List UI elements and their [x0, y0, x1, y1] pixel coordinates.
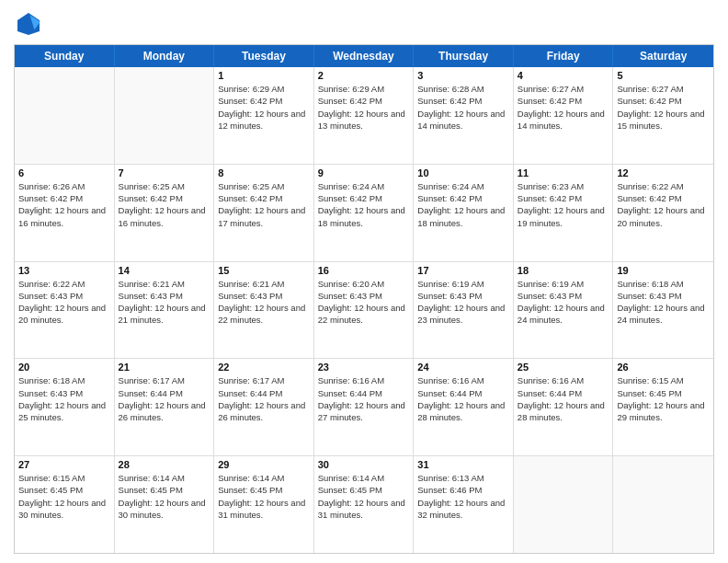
day-number: 20: [18, 362, 110, 373]
calendar-cell: 19Sunrise: 6:18 AMSunset: 6:43 PMDayligh…: [613, 262, 713, 359]
calendar-cell: 15Sunrise: 6:21 AMSunset: 6:43 PMDayligh…: [214, 262, 314, 359]
day-number: 1: [218, 70, 310, 81]
day-number: 5: [617, 70, 710, 81]
calendar-cell: 3Sunrise: 6:28 AMSunset: 6:42 PMDaylight…: [414, 67, 514, 164]
calendar-cell: 24Sunrise: 6:16 AMSunset: 6:44 PMDayligh…: [414, 359, 514, 455]
header-day-sunday: Sunday: [15, 45, 115, 67]
header: [14, 9, 714, 39]
sun-info: Sunrise: 6:18 AMSunset: 6:43 PMDaylight:…: [18, 374, 110, 423]
sun-info: Sunrise: 6:29 AMSunset: 6:42 PMDaylight:…: [318, 83, 410, 132]
day-number: 19: [617, 265, 710, 276]
calendar-cell: 21Sunrise: 6:17 AMSunset: 6:44 PMDayligh…: [115, 359, 215, 455]
day-number: 31: [417, 459, 509, 470]
day-number: 26: [617, 362, 710, 373]
sun-info: Sunrise: 6:28 AMSunset: 6:42 PMDaylight:…: [417, 83, 509, 132]
calendar-cell: [15, 67, 115, 164]
day-number: 7: [119, 167, 210, 178]
calendar-cell: 11Sunrise: 6:23 AMSunset: 6:42 PMDayligh…: [514, 165, 614, 261]
sun-info: Sunrise: 6:15 AMSunset: 6:45 PMDaylight:…: [18, 472, 110, 521]
calendar-cell: 31Sunrise: 6:13 AMSunset: 6:46 PMDayligh…: [414, 456, 514, 553]
day-number: 25: [518, 362, 609, 373]
day-number: 3: [417, 70, 509, 81]
calendar-cell: [613, 456, 713, 553]
sun-info: Sunrise: 6:25 AMSunset: 6:42 PMDaylight:…: [218, 180, 310, 229]
header-day-wednesday: Wednesday: [314, 45, 415, 67]
day-number: 28: [119, 459, 210, 470]
day-number: 23: [318, 362, 410, 373]
calendar-cell: 23Sunrise: 6:16 AMSunset: 6:44 PMDayligh…: [314, 359, 415, 455]
calendar-cell: 12Sunrise: 6:22 AMSunset: 6:42 PMDayligh…: [613, 165, 713, 261]
sun-info: Sunrise: 6:16 AMSunset: 6:44 PMDaylight:…: [318, 374, 410, 423]
calendar-cell: 26Sunrise: 6:15 AMSunset: 6:45 PMDayligh…: [613, 359, 713, 455]
calendar-week-1: 1Sunrise: 6:29 AMSunset: 6:42 PMDaylight…: [15, 67, 713, 165]
calendar-cell: 14Sunrise: 6:21 AMSunset: 6:43 PMDayligh…: [115, 262, 215, 359]
sun-info: Sunrise: 6:24 AMSunset: 6:42 PMDaylight:…: [417, 180, 509, 229]
calendar-cell: 13Sunrise: 6:22 AMSunset: 6:43 PMDayligh…: [15, 262, 115, 359]
sun-info: Sunrise: 6:23 AMSunset: 6:42 PMDaylight:…: [518, 180, 609, 229]
sun-info: Sunrise: 6:16 AMSunset: 6:44 PMDaylight:…: [518, 374, 609, 423]
sun-info: Sunrise: 6:22 AMSunset: 6:42 PMDaylight:…: [617, 180, 710, 229]
calendar-week-5: 27Sunrise: 6:15 AMSunset: 6:45 PMDayligh…: [15, 456, 713, 553]
day-number: 2: [318, 70, 410, 81]
day-number: 4: [518, 70, 609, 81]
calendar-cell: 27Sunrise: 6:15 AMSunset: 6:45 PMDayligh…: [15, 456, 115, 553]
day-number: 30: [318, 459, 410, 470]
logo-icon: [14, 9, 43, 39]
sun-info: Sunrise: 6:17 AMSunset: 6:44 PMDaylight:…: [119, 374, 210, 423]
calendar-cell: 30Sunrise: 6:14 AMSunset: 6:45 PMDayligh…: [314, 456, 415, 553]
day-number: 15: [218, 265, 310, 276]
day-number: 8: [218, 167, 310, 178]
sun-info: Sunrise: 6:27 AMSunset: 6:42 PMDaylight:…: [518, 83, 609, 132]
header-day-saturday: Saturday: [613, 45, 713, 67]
header-day-tuesday: Tuesday: [214, 45, 314, 67]
day-number: 12: [617, 167, 710, 178]
calendar-cell: [514, 456, 614, 553]
sun-info: Sunrise: 6:25 AMSunset: 6:42 PMDaylight:…: [119, 180, 210, 229]
sun-info: Sunrise: 6:14 AMSunset: 6:45 PMDaylight:…: [318, 472, 410, 521]
calendar-cell: 8Sunrise: 6:25 AMSunset: 6:42 PMDaylight…: [214, 165, 314, 261]
calendar-cell: 29Sunrise: 6:14 AMSunset: 6:45 PMDayligh…: [214, 456, 314, 553]
calendar-week-4: 20Sunrise: 6:18 AMSunset: 6:43 PMDayligh…: [15, 359, 713, 456]
day-number: 9: [318, 167, 410, 178]
day-number: 13: [18, 265, 110, 276]
calendar-cell: 16Sunrise: 6:20 AMSunset: 6:43 PMDayligh…: [314, 262, 415, 359]
sun-info: Sunrise: 6:18 AMSunset: 6:43 PMDaylight:…: [617, 278, 710, 327]
calendar-cell: 22Sunrise: 6:17 AMSunset: 6:44 PMDayligh…: [214, 359, 314, 455]
sun-info: Sunrise: 6:13 AMSunset: 6:46 PMDaylight:…: [417, 472, 509, 521]
sun-info: Sunrise: 6:16 AMSunset: 6:44 PMDaylight:…: [417, 374, 509, 423]
header-day-friday: Friday: [514, 45, 614, 67]
sun-info: Sunrise: 6:20 AMSunset: 6:43 PMDaylight:…: [318, 278, 410, 327]
sun-info: Sunrise: 6:17 AMSunset: 6:44 PMDaylight:…: [218, 374, 310, 423]
day-number: 21: [119, 362, 210, 373]
calendar-cell: 2Sunrise: 6:29 AMSunset: 6:42 PMDaylight…: [314, 67, 415, 164]
calendar-cell: 9Sunrise: 6:24 AMSunset: 6:42 PMDaylight…: [314, 165, 415, 261]
calendar-header: SundayMondayTuesdayWednesdayThursdayFrid…: [15, 45, 713, 67]
calendar-cell: 1Sunrise: 6:29 AMSunset: 6:42 PMDaylight…: [214, 67, 314, 164]
day-number: 16: [318, 265, 410, 276]
sun-info: Sunrise: 6:27 AMSunset: 6:42 PMDaylight:…: [617, 83, 710, 132]
calendar-body: 1Sunrise: 6:29 AMSunset: 6:42 PMDaylight…: [15, 67, 713, 553]
calendar-cell: 28Sunrise: 6:14 AMSunset: 6:45 PMDayligh…: [115, 456, 215, 553]
header-day-monday: Monday: [115, 45, 215, 67]
sun-info: Sunrise: 6:15 AMSunset: 6:45 PMDaylight:…: [617, 374, 710, 423]
day-number: 11: [518, 167, 609, 178]
calendar-week-2: 6Sunrise: 6:26 AMSunset: 6:42 PMDaylight…: [15, 165, 713, 262]
calendar-cell: 25Sunrise: 6:16 AMSunset: 6:44 PMDayligh…: [514, 359, 614, 455]
logo: [14, 9, 47, 39]
day-number: 10: [417, 167, 509, 178]
calendar-cell: 10Sunrise: 6:24 AMSunset: 6:42 PMDayligh…: [414, 165, 514, 261]
day-number: 22: [218, 362, 310, 373]
calendar-cell: 17Sunrise: 6:19 AMSunset: 6:43 PMDayligh…: [414, 262, 514, 359]
sun-info: Sunrise: 6:14 AMSunset: 6:45 PMDaylight:…: [218, 472, 310, 521]
day-number: 27: [18, 459, 110, 470]
sun-info: Sunrise: 6:22 AMSunset: 6:43 PMDaylight:…: [18, 278, 110, 327]
calendar-cell: 5Sunrise: 6:27 AMSunset: 6:42 PMDaylight…: [613, 67, 713, 164]
sun-info: Sunrise: 6:21 AMSunset: 6:43 PMDaylight:…: [218, 278, 310, 327]
calendar-cell: 6Sunrise: 6:26 AMSunset: 6:42 PMDaylight…: [15, 165, 115, 261]
day-number: 6: [18, 167, 110, 178]
calendar-cell: 20Sunrise: 6:18 AMSunset: 6:43 PMDayligh…: [15, 359, 115, 455]
sun-info: Sunrise: 6:29 AMSunset: 6:42 PMDaylight:…: [218, 83, 310, 132]
header-day-thursday: Thursday: [414, 45, 514, 67]
page: SundayMondayTuesdayWednesdayThursdayFrid…: [0, 0, 728, 563]
calendar-cell: 4Sunrise: 6:27 AMSunset: 6:42 PMDaylight…: [514, 67, 614, 164]
